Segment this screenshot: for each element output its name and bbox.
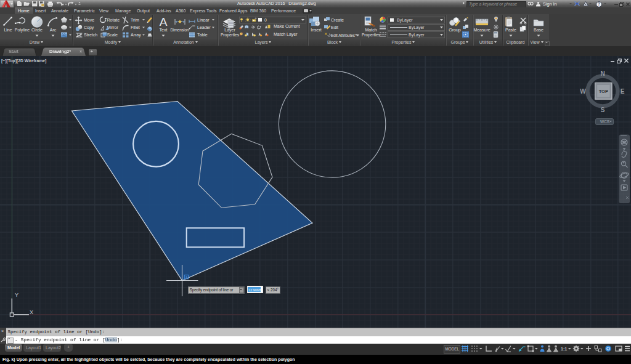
svg-text:Y: Y bbox=[15, 292, 18, 298]
svg-text:E: E bbox=[621, 88, 625, 95]
svg-text:TOP: TOP bbox=[599, 89, 608, 94]
svg-text:0: 0 bbox=[264, 18, 267, 22]
svg-text:WCS: WCS bbox=[600, 119, 610, 124]
svg-text:ByLayer: ByLayer bbox=[397, 18, 413, 23]
svg-text:1:1: 1:1 bbox=[561, 347, 567, 351]
svg-text:N: N bbox=[600, 70, 605, 77]
svg-text:S: S bbox=[601, 107, 605, 113]
svg-text:?: ? bbox=[598, 2, 600, 6]
svg-text:X: X bbox=[30, 309, 33, 315]
svg-text:ByLayer: ByLayer bbox=[409, 25, 425, 30]
svg-text:ByLayer: ByLayer bbox=[409, 33, 425, 38]
svg-text:W: W bbox=[580, 88, 586, 95]
svg-text:A: A bbox=[160, 15, 168, 28]
